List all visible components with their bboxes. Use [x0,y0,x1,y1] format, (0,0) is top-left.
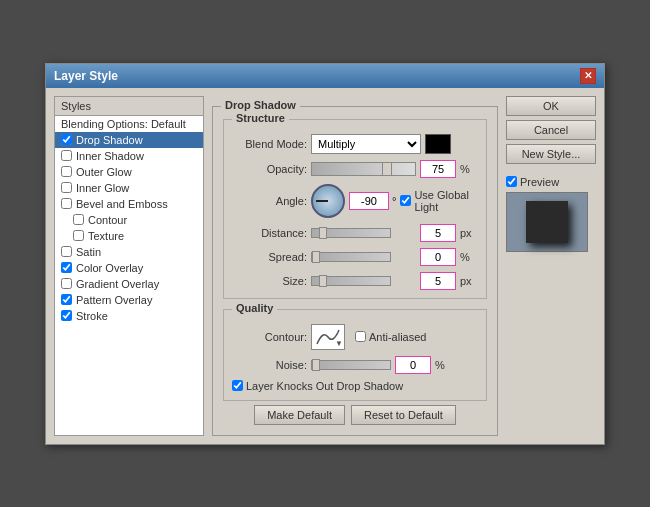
reset-default-button[interactable]: Reset to Default [351,405,456,425]
opacity-label: Opacity: [232,163,307,175]
contour-dropdown-arrow: ▼ [335,339,343,348]
dialog-title: Layer Style [54,69,118,83]
spread-slider-container [311,252,416,262]
spread-slider[interactable] [311,252,391,262]
anti-aliased-checkbox[interactable] [355,331,366,342]
size-row: Size: px [232,272,478,290]
shadow-color-swatch[interactable] [425,134,451,154]
distance-input[interactable] [420,224,456,242]
spread-label: Spread: [232,251,307,263]
outer-glow-checkbox[interactable] [61,166,72,177]
angle-input[interactable] [349,192,389,210]
gradient-overlay-checkbox[interactable] [61,278,72,289]
distance-slider[interactable] [311,228,391,238]
preview-label: Preview [520,176,559,188]
drop-shadow-label: Drop Shadow [76,134,143,146]
blending-options-label: Blending Options: Default [61,118,186,130]
knock-checkbox[interactable] [232,380,243,391]
stroke-checkbox[interactable] [61,310,72,321]
anti-aliased-row: Anti-aliased [355,331,426,343]
preview-checkbox[interactable] [506,176,517,187]
satin-label: Satin [76,246,101,258]
opacity-input[interactable] [420,160,456,178]
sidebar-item-outer-glow[interactable]: Outer Glow [55,164,203,180]
sidebar-item-inner-glow[interactable]: Inner Glow [55,180,203,196]
drop-shadow-checkbox[interactable] [61,134,72,145]
pattern-overlay-label: Pattern Overlay [76,294,152,306]
sidebar-item-texture[interactable]: Texture [55,228,203,244]
make-default-button[interactable]: Make Default [254,405,345,425]
angle-dial[interactable] [311,184,345,218]
angle-label-input: ° [349,192,396,210]
size-slider-container [311,276,416,286]
sidebar-item-stroke[interactable]: Stroke [55,308,203,324]
inner-glow-label: Inner Glow [76,182,129,194]
inner-shadow-checkbox[interactable] [61,150,72,161]
pattern-overlay-checkbox[interactable] [61,294,72,305]
sidebar-item-blending-options[interactable]: Blending Options: Default [55,116,203,132]
anti-aliased-label: Anti-aliased [369,331,426,343]
blend-mode-select[interactable]: Multiply [311,134,421,154]
noise-input[interactable] [395,356,431,374]
bevel-emboss-checkbox[interactable] [61,198,72,209]
global-light-checkbox[interactable] [400,195,411,206]
size-slider[interactable] [311,276,391,286]
global-light-row: Use Global Light [400,189,478,213]
dialog-body: Styles Blending Options: Default Drop Sh… [46,88,604,444]
contour-row: Contour: ▼ Anti-aliased [232,324,478,350]
noise-unit: % [435,359,453,371]
contour-sidebar-checkbox[interactable] [73,214,84,225]
preview-label-row: Preview [506,176,596,188]
contour-sidebar-label: Contour [88,214,127,226]
blend-mode-row: Blend Mode: Multiply [232,134,478,154]
preview-canvas [506,192,588,252]
sidebar: Styles Blending Options: Default Drop Sh… [54,96,204,436]
angle-label: Angle: [232,195,307,207]
title-bar: Layer Style ✕ [46,64,604,88]
sidebar-header: Styles [55,97,203,116]
gradient-overlay-label: Gradient Overlay [76,278,159,290]
sidebar-item-contour[interactable]: Contour [55,212,203,228]
texture-checkbox[interactable] [73,230,84,241]
satin-checkbox[interactable] [61,246,72,257]
size-input[interactable] [420,272,456,290]
ok-button[interactable]: OK [506,96,596,116]
bottom-buttons: Make Default Reset to Default [223,405,487,425]
opacity-slider[interactable] [311,162,416,176]
texture-label: Texture [88,230,124,242]
global-light-label: Use Global Light [414,189,478,213]
drop-shadow-section: Drop Shadow Structure Blend Mode: Multip… [212,106,498,436]
preview-shape [526,201,568,243]
opacity-slider-container [311,162,416,176]
layer-style-dialog: Layer Style ✕ Styles Blending Options: D… [45,63,605,445]
close-button[interactable]: ✕ [580,68,596,84]
sidebar-item-gradient-overlay[interactable]: Gradient Overlay [55,276,203,292]
sidebar-item-color-overlay[interactable]: Color Overlay [55,260,203,276]
sidebar-item-pattern-overlay[interactable]: Pattern Overlay [55,292,203,308]
contour-picker[interactable]: ▼ [311,324,345,350]
noise-slider[interactable] [311,360,391,370]
inner-glow-checkbox[interactable] [61,182,72,193]
size-unit: px [460,275,478,287]
main-content: Drop Shadow Structure Blend Mode: Multip… [212,96,498,436]
distance-unit: px [460,227,478,239]
angle-row: Angle: ° Use Global Light [232,184,478,218]
sidebar-item-drop-shadow[interactable]: Drop Shadow [55,132,203,148]
spread-unit: % [460,251,478,263]
distance-slider-container [311,228,416,238]
noise-row: Noise: % [232,356,478,374]
sidebar-item-inner-shadow[interactable]: Inner Shadow [55,148,203,164]
spread-input[interactable] [420,248,456,266]
opacity-row: Opacity: % [232,160,478,178]
sidebar-item-bevel-emboss[interactable]: Bevel and Emboss [55,196,203,212]
cancel-button[interactable]: Cancel [506,120,596,140]
right-panel: OK Cancel New Style... Preview [506,96,596,436]
structure-subtitle: Structure [232,112,289,124]
spread-row: Spread: % [232,248,478,266]
bevel-emboss-label: Bevel and Emboss [76,198,168,210]
new-style-button[interactable]: New Style... [506,144,596,164]
color-overlay-checkbox[interactable] [61,262,72,273]
preview-section: Preview [506,176,596,252]
sidebar-item-satin[interactable]: Satin [55,244,203,260]
color-overlay-label: Color Overlay [76,262,143,274]
